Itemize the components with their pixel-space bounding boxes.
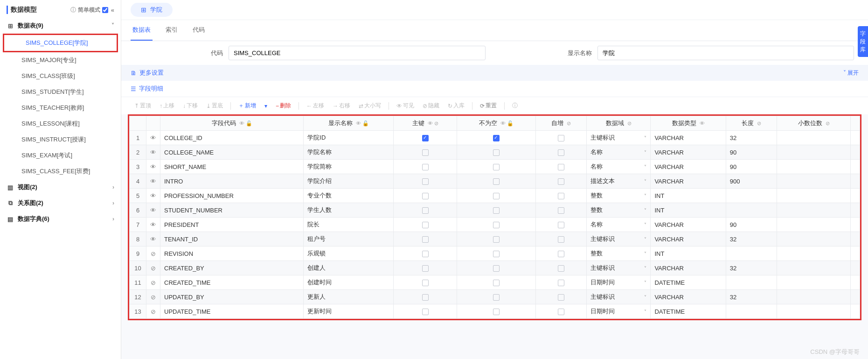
cell-type[interactable]: VARCHAR (651, 145, 726, 160)
cell-notnull[interactable] (457, 304, 535, 319)
btn-info[interactable]: ⓘ (508, 100, 521, 112)
cell-notnull[interactable] (457, 290, 535, 304)
cell-type[interactable]: VARCHAR (651, 131, 726, 145)
chevron-down-icon[interactable]: ˅ (644, 150, 646, 155)
cell-code[interactable]: COLLEGE_ID (160, 131, 304, 145)
row-visibility-toggle[interactable]: 👁 (146, 160, 160, 174)
checkbox[interactable] (493, 178, 500, 185)
col-type[interactable]: 数据类型 👁 (651, 116, 726, 131)
chevron-down-icon[interactable]: ˅ (644, 135, 646, 141)
cell-notnull[interactable] (457, 174, 535, 189)
cell-notnull[interactable] (457, 160, 535, 174)
cell-len[interactable] (726, 246, 777, 261)
cell-notnull[interactable] (457, 232, 535, 246)
col-notnull[interactable]: 不为空 👁 🔓 (457, 116, 535, 131)
col-len[interactable]: 长度 ⊘ (726, 116, 777, 131)
cell-len[interactable]: 32 (726, 261, 777, 275)
btn-add[interactable]: ＋新增 (235, 100, 260, 112)
cell-scale[interactable] (777, 290, 851, 304)
table-row[interactable]: 11⊘CREATED_TIME创建时间日期时间˅DATETIME (130, 275, 860, 290)
sidebar-group[interactable]: ▤数据字典(6)› (0, 211, 121, 227)
cell-code[interactable]: UPDATED_TIME (160, 304, 304, 319)
checkbox[interactable] (558, 135, 564, 141)
checkbox[interactable] (422, 222, 429, 228)
cell-pk[interactable] (394, 275, 457, 290)
table-row[interactable]: 3👁SHORT_NAME学院简称名称˅VARCHAR90 (130, 160, 860, 174)
checkbox[interactable] (493, 207, 500, 214)
row-visibility-toggle[interactable]: 👁 (146, 203, 160, 218)
cell-name[interactable]: 租户号 (304, 232, 394, 246)
cell-auto[interactable] (535, 304, 586, 319)
cell-scale[interactable] (777, 131, 851, 145)
cell-auto[interactable] (535, 174, 586, 189)
checkbox[interactable] (493, 309, 500, 315)
cell-name[interactable]: 更新时间 (304, 304, 394, 319)
sidebar-item[interactable]: SIMS_LESSON[课程] (0, 116, 121, 132)
cell-len[interactable]: 900 (726, 174, 777, 189)
cell-len[interactable] (726, 189, 777, 203)
cell-auto[interactable] (535, 246, 586, 261)
cell-scale[interactable] (777, 174, 851, 189)
cell-pk[interactable] (394, 203, 457, 218)
cell-auto[interactable] (535, 232, 586, 246)
cell-pk[interactable] (394, 304, 457, 319)
chevron-down-icon[interactable]: ˅ (644, 164, 646, 169)
cell-auto[interactable] (535, 261, 586, 275)
cell-domain[interactable]: 描述文本˅ (587, 174, 651, 189)
checkbox[interactable] (493, 164, 500, 170)
row-visibility-toggle[interactable]: 👁 (146, 174, 160, 189)
cell-pk[interactable] (394, 261, 457, 275)
cell-pk[interactable] (394, 189, 457, 203)
checkbox[interactable] (493, 135, 500, 141)
checkbox[interactable] (422, 251, 429, 257)
entity-chip[interactable]: ⊞ 学院 (131, 3, 173, 17)
checkbox[interactable] (558, 164, 564, 170)
cell-scale[interactable] (777, 275, 851, 290)
checkbox[interactable] (558, 236, 564, 243)
btn-case[interactable]: ⇄ 大小写 (355, 100, 385, 112)
row-visibility-toggle[interactable]: ⊘ (146, 290, 160, 304)
cell-scale[interactable] (777, 203, 851, 218)
cell-len[interactable] (726, 275, 777, 290)
cell-code[interactable]: SHORT_NAME (160, 160, 304, 174)
row-visibility-toggle[interactable]: ⊘ (146, 246, 160, 261)
btn-up[interactable]: ↑ 上移 (156, 100, 178, 112)
cell-code[interactable]: TENANT_ID (160, 232, 304, 246)
cell-code[interactable]: CREATED_TIME (160, 275, 304, 290)
row-visibility-toggle[interactable]: 👁 (146, 145, 160, 160)
cell-pk[interactable] (394, 246, 457, 261)
checkbox[interactable] (558, 207, 564, 214)
cell-notnull[interactable] (457, 131, 535, 145)
chevron-down-icon[interactable]: ˅ (644, 309, 646, 314)
cell-auto[interactable] (535, 290, 586, 304)
checkbox[interactable] (558, 294, 564, 301)
checkbox[interactable] (493, 251, 500, 257)
row-visibility-toggle[interactable]: 👁 (146, 218, 160, 232)
cell-len[interactable]: 32 (726, 290, 777, 304)
checkbox[interactable] (493, 149, 500, 156)
cell-name[interactable]: 专业个数 (304, 189, 394, 203)
sidebar-group[interactable]: ⊞数据表(9)˅ (0, 18, 121, 34)
sidebar-item[interactable]: SIMS_COLLEGE[学院] (3, 34, 118, 52)
checkbox[interactable] (558, 280, 564, 286)
table-row[interactable]: 2👁COLLEGE_NAME学院名称名称˅VARCHAR90 (130, 145, 860, 160)
cell-name[interactable]: 更新人 (304, 290, 394, 304)
cell-domain[interactable]: 名称˅ (587, 218, 651, 232)
cell-code[interactable]: PROFESSION_NUMBER (160, 189, 304, 203)
chevron-down-icon[interactable]: ˅ (644, 237, 646, 242)
sidebar-group[interactable]: ⧉关系图(2)› (0, 195, 121, 211)
cell-len[interactable]: 90 (726, 218, 777, 232)
cell-type[interactable]: VARCHAR (651, 218, 726, 232)
cell-domain[interactable]: 主键标识˅ (587, 232, 651, 246)
checkbox[interactable] (422, 164, 429, 170)
chevron-down-icon[interactable]: ˅ (644, 295, 646, 300)
table-row[interactable]: 13⊘UPDATED_TIME更新时间日期时间˅DATETIME (130, 304, 860, 319)
cell-name[interactable]: 学院简称 (304, 160, 394, 174)
btn-add-dropdown[interactable]: ▾ (261, 101, 271, 111)
table-row[interactable]: 5👁PROFESSION_NUMBER专业个数整数˅INT (130, 189, 860, 203)
col-auto[interactable]: 自增 ⊘ (535, 116, 586, 131)
cell-pk[interactable] (394, 145, 457, 160)
table-row[interactable]: 9⊘REVISION乐观锁整数˅INT (130, 246, 860, 261)
chevron-down-icon[interactable]: ˅ (644, 179, 646, 184)
cell-name[interactable]: 院长 (304, 218, 394, 232)
